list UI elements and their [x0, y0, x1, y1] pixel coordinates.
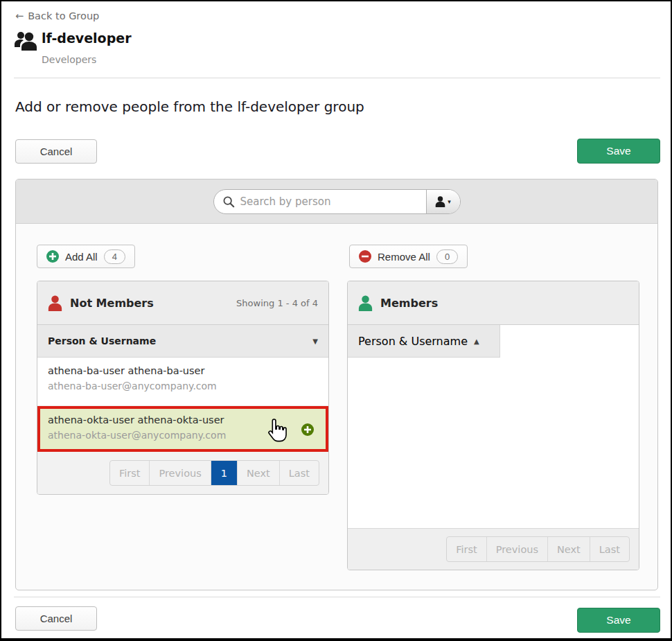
person-name: athena-ba-user athena-ba-user — [48, 365, 318, 376]
plus-circle-icon — [46, 250, 59, 263]
cancel-button-bottom[interactable]: Cancel — [15, 606, 97, 631]
members-card: Members Person & Username ▲ First Previo… — [347, 281, 639, 570]
members-empty-list — [348, 358, 639, 528]
sort-ascending-icon: ▲ — [474, 337, 479, 345]
group-people-editor-window: ←Back to Group lf-developer Developers A… — [0, 0, 672, 641]
not-members-header: Not Members Showing 1 - 4 of 4 — [37, 281, 328, 325]
remove-all-button[interactable]: Remove All 0 — [349, 245, 468, 268]
pagination-previous-button[interactable]: Previous — [487, 537, 548, 561]
group-subtitle: Developers — [42, 54, 96, 65]
pagination-last-button[interactable]: Last — [590, 537, 629, 561]
column-header-label: Person & Username — [48, 335, 156, 346]
search-type-dropdown[interactable]: ▾ — [426, 190, 460, 213]
back-link-label: Back to Group — [28, 10, 99, 21]
cursor-hand-icon — [267, 417, 288, 444]
minus-circle-icon — [359, 250, 371, 263]
search-toolbar: ▾ — [16, 179, 657, 224]
not-members-card: Not Members Showing 1 - 4 of 4 Person & … — [37, 281, 329, 495]
search-pill: ▾ — [213, 189, 461, 214]
not-members-person-icon — [48, 295, 62, 311]
members-footer: First Previous Next Last — [348, 528, 639, 570]
add-person-icon[interactable] — [301, 423, 314, 436]
not-members-showing-count: Showing 1 - 4 of 4 — [236, 298, 318, 308]
pagination-first-button[interactable]: First — [447, 537, 487, 561]
members-header: Members — [348, 281, 639, 325]
pagination-first-button[interactable]: First — [110, 461, 150, 485]
back-to-group-link[interactable]: ←Back to Group — [15, 10, 99, 21]
person-row-athena-okta-user-highlighted[interactable]: athena-okta-user athena-okta-user athena… — [37, 406, 328, 452]
person-icon — [435, 196, 445, 207]
back-arrow-icon: ← — [15, 10, 24, 21]
members-column-header[interactable]: Person & Username ▲ — [348, 325, 500, 358]
person-email: athena-ba-user@anycompany.com — [48, 380, 318, 392]
page-title: Add or remove people from the lf-develop… — [15, 98, 364, 115]
save-button-top[interactable]: Save — [577, 139, 660, 164]
panel-body: Add All 4 Remove All 0 — [16, 224, 657, 590]
footer-divider — [14, 597, 660, 597]
members-pagination: First Previous Next Last — [446, 536, 630, 562]
person-row-athena-ba-user[interactable]: athena-ba-user athena-ba-user athena-ba-… — [37, 358, 328, 406]
not-members-footer: First Previous 1 Next Last — [37, 452, 328, 494]
column-header-label: Person & Username — [358, 335, 468, 348]
chevron-down-icon: ▾ — [448, 198, 451, 205]
search-icon — [222, 195, 235, 208]
add-all-count-badge: 4 — [104, 249, 125, 264]
members-title: Members — [380, 297, 438, 310]
not-members-column-header[interactable]: Person & Username ▼ — [37, 325, 328, 358]
header-divider — [14, 78, 660, 78]
save-button-bottom[interactable]: Save — [577, 608, 660, 633]
remove-all-label: Remove All — [378, 251, 430, 263]
group-name: lf-developer — [42, 30, 132, 46]
remove-all-count-badge: 0 — [436, 249, 458, 264]
pagination-previous-button[interactable]: Previous — [150, 461, 211, 485]
members-person-icon — [358, 295, 373, 311]
pagination-page-1-button[interactable]: 1 — [211, 461, 238, 485]
group-icon — [14, 30, 40, 51]
not-members-title: Not Members — [70, 297, 154, 310]
pagination-last-button[interactable]: Last — [280, 461, 319, 485]
members-column-header-row: Person & Username ▲ — [348, 325, 639, 358]
sort-descending-icon: ▼ — [312, 337, 318, 345]
not-members-pagination: First Previous 1 Next Last — [109, 460, 319, 486]
pagination-next-button[interactable]: Next — [238, 461, 280, 485]
search-input[interactable] — [235, 195, 426, 208]
add-all-label: Add All — [65, 251, 98, 263]
people-picker-panel: ▾ Add All 4 Remove Al — [15, 179, 658, 590]
cancel-button-top[interactable]: Cancel — [15, 139, 97, 164]
pagination-next-button[interactable]: Next — [548, 537, 590, 561]
add-all-button[interactable]: Add All 4 — [37, 245, 135, 268]
